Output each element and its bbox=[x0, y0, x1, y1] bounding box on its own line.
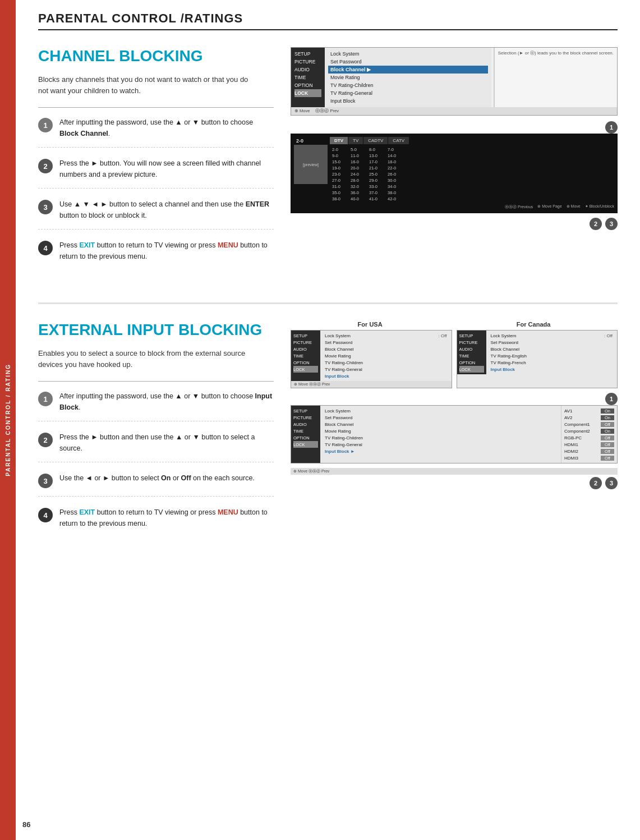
ext-step-3-text: Use the ◄ or ► button to select On or Of… bbox=[59, 472, 255, 484]
ext-step-2-num: 2 bbox=[38, 433, 53, 447]
divider-1 bbox=[38, 107, 274, 108]
tv-footer-move: ⊕ Move bbox=[294, 108, 310, 114]
canada-sidebar: SETUP PICTURE AUDIO TIME OPTION LOCK bbox=[457, 331, 486, 374]
ext-step-4-text: Press EXIT button to return to TV viewin… bbox=[59, 507, 274, 529]
tv-sidebar-item-lock: LOCK bbox=[294, 89, 321, 97]
tv-sidebar-1: SETUP PICTURE AUDIO TIME OPTION LOCK bbox=[291, 48, 325, 107]
channel-preview: [preview] bbox=[294, 145, 328, 184]
badge-1: 1 bbox=[605, 121, 618, 134]
channel-label: 2-0 bbox=[294, 137, 328, 145]
badge-row-1: 1 bbox=[291, 121, 618, 134]
step-1: 1 After inputting the password, use the … bbox=[38, 117, 274, 148]
step-4-text: Press EXIT button to return to TV viewin… bbox=[59, 240, 274, 262]
badge-row-ext-2: 2 3 bbox=[291, 477, 618, 489]
tv-menu-movie-rating: Movie Rating bbox=[328, 74, 488, 81]
channel-blocking-intro: Blocks any channels that you do not want… bbox=[38, 74, 251, 96]
usa-menu-main: Lock System : Off Set Password Block Cha… bbox=[320, 331, 452, 381]
badge-2: 2 bbox=[590, 218, 602, 230]
divider-2 bbox=[38, 381, 274, 382]
ext-step-2-text: Press the ► button and then use the ▲ or… bbox=[59, 432, 274, 454]
badge-row-2: 2 3 bbox=[291, 218, 618, 230]
side-bar: PARENTAL CONTROL / RATING bbox=[0, 0, 16, 840]
tv-sidebar-item-setup: SETUP bbox=[294, 50, 321, 58]
ib-footer: ⊕ Move ⓔⓐⓓ Prev bbox=[291, 468, 618, 475]
usa-footer: ⊕ Move ⓔⓐⓓ Prev bbox=[291, 381, 452, 388]
ext-step-1-text: After inputting the password, use the ▲ … bbox=[59, 391, 274, 413]
tv-sidebar-item-option: OPTION bbox=[294, 81, 321, 89]
ch-tab-tv: TV bbox=[348, 137, 363, 144]
ch-tab-catv: CATV bbox=[388, 137, 409, 144]
region-menu-canada: SETUP PICTURE AUDIO TIME OPTION LOCK Loc… bbox=[457, 330, 618, 388]
ib-inputs: AV1On AV2On Component1Off Component2On R… bbox=[561, 406, 617, 463]
step-3: 3 Use ▲ ▼ ◄ ► button to select a channel… bbox=[38, 199, 274, 229]
ib-menu: Lock System Set Password Block Channel M… bbox=[320, 406, 561, 463]
external-input-title: EXTERNAL INPUT BLOCKING bbox=[38, 321, 274, 339]
tv-menu-input-block: Input Block bbox=[328, 97, 488, 105]
channel-blocking-title: CHANNEL BLOCKING bbox=[38, 47, 274, 65]
ext-step-1-num: 1 bbox=[38, 392, 53, 406]
step-2: 2 Press the ► button. You will now see a… bbox=[38, 158, 274, 189]
ext-step-2: 2 Press the ► button and then use the ▲ … bbox=[38, 432, 274, 462]
tv-menu-note-1: Selection (► or ⓔ) leads you to the bloc… bbox=[494, 48, 617, 107]
ext-step-3-num: 3 bbox=[38, 474, 53, 488]
channel-blocking-right: SETUP PICTURE AUDIO TIME OPTION LOCK Loc… bbox=[291, 47, 618, 280]
region-canada-label: For Canada bbox=[517, 321, 551, 328]
step-4: 4 Press EXIT button to return to TV view… bbox=[38, 240, 274, 270]
tv-sidebar-item-picture: PICTURE bbox=[294, 58, 321, 66]
ch-tab-cadtv: CADTV bbox=[363, 137, 388, 144]
channel-numbers: 2-0 9-0 15-0 19-0 23-0 27-0 31-0 35-0 38… bbox=[330, 146, 614, 202]
step-3-text: Use ▲ ▼ ◄ ► button to select a channel a… bbox=[59, 199, 274, 221]
region-menus: SETUP PICTURE AUDIO TIME OPTION LOCK Loc… bbox=[291, 330, 618, 388]
channel-blocking-section: CHANNEL BLOCKING Blocks any channels tha… bbox=[38, 47, 618, 280]
ch-footer-move: ⊕ Move bbox=[567, 204, 581, 210]
ext-step-3: 3 Use the ◄ or ► button to select On or … bbox=[38, 472, 274, 497]
usa-sidebar: SETUP PICTURE AUDIO TIME OPTION LOCK bbox=[291, 331, 320, 381]
canada-menu-main: Lock System : Off Set Password Block Cha… bbox=[486, 331, 618, 374]
external-input-section: EXTERNAL INPUT BLOCKING Enables you to s… bbox=[38, 321, 618, 547]
tv-menu-tv-rating-children: TV Rating-Children bbox=[328, 81, 488, 89]
region-menu-usa: SETUP PICTURE AUDIO TIME OPTION LOCK Loc… bbox=[291, 330, 452, 388]
ch-tab-dtv: DTV bbox=[330, 137, 348, 144]
ch-col-4: 7-0 14-0 18-0 22-0 26-0 30-0 34-0 38-0 4… bbox=[385, 146, 398, 202]
channel-grid-mockup: 2-0 [preview] DTV TV CADTV CATV 2-0 bbox=[291, 134, 618, 213]
side-bar-label: PARENTAL CONTROL / RATING bbox=[5, 364, 11, 476]
ib-sidebar: SETUP PICTURE AUDIO TIME OPTION LOCK bbox=[291, 406, 320, 463]
channel-grid-footer: ⓔⓐⓓ Previous ⊕ Move Page ⊕ Move ✦ Block/… bbox=[294, 204, 614, 210]
tv-sidebar-item-audio: AUDIO bbox=[294, 66, 321, 74]
region-labels: For USA For Canada bbox=[291, 321, 618, 328]
external-input-right: For USA For Canada SETUP PICTURE AUDIO T… bbox=[291, 321, 618, 547]
step-3-num: 3 bbox=[38, 200, 53, 214]
step-4-num: 4 bbox=[38, 241, 53, 255]
ext-step-4: 4 Press EXIT button to return to TV view… bbox=[38, 507, 274, 537]
tv-menu-mockup-1: SETUP PICTURE AUDIO TIME OPTION LOCK Loc… bbox=[291, 47, 618, 116]
region-usa-label: For USA bbox=[358, 321, 383, 328]
ch-col-3: 8-0 13-0 17-0 21-0 25-0 29-0 33-0 37-0 4… bbox=[367, 146, 380, 202]
badge-3: 3 bbox=[605, 218, 618, 230]
step-2-num: 2 bbox=[38, 159, 53, 173]
tv-footer-prev: ⓔⓐⓓ Prev bbox=[315, 108, 339, 114]
tv-menu-set-password: Set Password bbox=[328, 58, 488, 66]
step-1-text: After inputting the password, use the ▲ … bbox=[59, 117, 274, 139]
section-divider bbox=[38, 302, 618, 304]
badge-row-ext-1: 1 bbox=[291, 393, 618, 405]
input-block-mockup: SETUP PICTURE AUDIO TIME OPTION LOCK Loc… bbox=[291, 405, 618, 463]
ext-step-4-num: 4 bbox=[38, 508, 53, 522]
ch-col-1: 2-0 9-0 15-0 19-0 23-0 27-0 31-0 35-0 38… bbox=[330, 146, 343, 202]
channel-tabs: DTV TV CADTV CATV bbox=[330, 137, 614, 144]
tv-menu-block-channel: Block Channel bbox=[328, 66, 488, 74]
ch-col-2: 5-0 11-0 16-0 20-0 24-0 28-0 32-0 36-0 4… bbox=[348, 146, 361, 202]
tv-menu-main-1: Lock System Set Password Block Channel M… bbox=[325, 48, 491, 107]
ch-footer-page: ⊕ Move Page bbox=[537, 204, 561, 210]
step-1-num: 1 bbox=[38, 118, 53, 132]
badge-ext-1: 1 bbox=[605, 393, 618, 405]
badge-ext-3: 3 bbox=[605, 477, 618, 489]
tv-footer-1: ⊕ Move ⓔⓐⓓ Prev bbox=[291, 107, 617, 115]
step-2-text: Press the ► button. You will now see a s… bbox=[59, 158, 274, 180]
page-header: PARENTAL CONTROL /RATINGS bbox=[38, 11, 618, 30]
external-input-left: EXTERNAL INPUT BLOCKING Enables you to s… bbox=[38, 321, 274, 547]
tv-menu-tv-rating-general: TV Rating-General bbox=[328, 89, 488, 97]
channel-blocking-left: CHANNEL BLOCKING Blocks any channels tha… bbox=[38, 47, 274, 280]
badge-ext-2: 2 bbox=[590, 477, 602, 489]
external-input-intro: Enables you to select a source to block … bbox=[38, 348, 251, 370]
ch-footer-prev: ⓔⓐⓓ Previous bbox=[505, 204, 533, 210]
